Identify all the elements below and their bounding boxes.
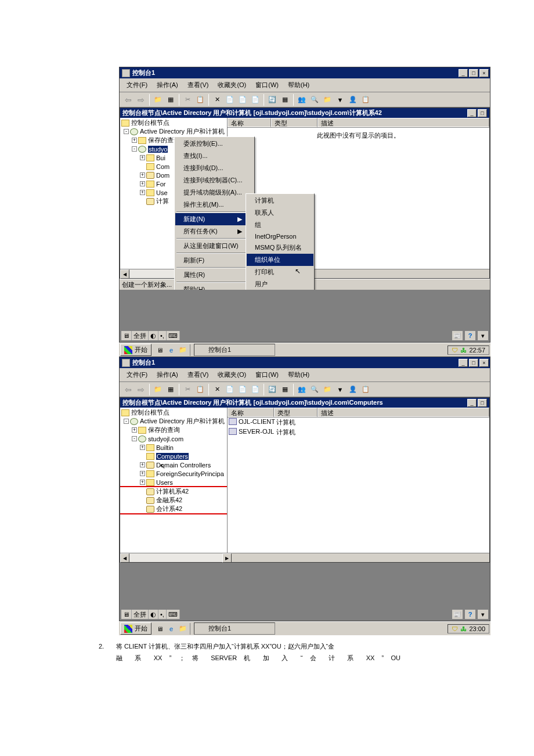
expand-icon[interactable]: + bbox=[132, 427, 137, 433]
tool-e[interactable]: 👤 bbox=[347, 93, 359, 106]
child-titlebar[interactable]: 控制台根节点\Active Directory 用户和计算机 [ojl.stud… bbox=[120, 108, 489, 118]
menu-view[interactable]: 查看(V) bbox=[183, 369, 214, 380]
submenu-contact[interactable]: 联系人 bbox=[247, 207, 313, 219]
tree-ou1[interactable]: 计算机系42 bbox=[156, 487, 189, 496]
options-button[interactable]: ▦ bbox=[279, 383, 291, 396]
tool-f[interactable]: 📋 bbox=[359, 93, 372, 106]
ime-keyboard-icon[interactable]: ⌨ bbox=[167, 610, 180, 619]
menu-window[interactable]: 窗口(W) bbox=[251, 80, 283, 91]
expand-icon[interactable]: + bbox=[140, 471, 145, 476]
ime-punct-icon[interactable]: •, bbox=[158, 331, 167, 340]
properties-button[interactable]: 📄 bbox=[223, 383, 236, 396]
list-pane[interactable]: 名称 类型 描述 OJL-CLIENT计算机 SEVER-OJL计算机 bbox=[228, 408, 489, 553]
h-scrollbar[interactable]: ◀ ▶ bbox=[120, 553, 489, 562]
float-help-icon[interactable]: ? bbox=[464, 330, 476, 341]
tool-b[interactable]: 🔍 bbox=[308, 383, 321, 396]
menu-fav[interactable]: 收藏夹(O) bbox=[213, 80, 251, 91]
expand-icon[interactable]: + bbox=[140, 190, 145, 195]
task-button[interactable]: 控制台1 bbox=[194, 622, 275, 635]
collapse-icon[interactable]: - bbox=[124, 419, 129, 424]
child-minimize-button[interactable]: _ bbox=[467, 399, 477, 407]
submenu-ou[interactable]: 组织单位 bbox=[247, 254, 313, 266]
menu-action[interactable]: 操作(A) bbox=[152, 80, 183, 91]
col-name[interactable]: 名称 bbox=[228, 408, 274, 417]
tool-d[interactable]: ▼ bbox=[334, 93, 347, 106]
tray-shield-icon[interactable]: 🛡 bbox=[452, 625, 458, 632]
show-hide-button[interactable]: ▦ bbox=[164, 383, 177, 396]
menu-fav[interactable]: 收藏夹(O) bbox=[213, 369, 251, 380]
ime-mode[interactable]: 全拼 bbox=[132, 331, 149, 340]
ime-toolbar[interactable]: 🖥 全拼 ◐ •, ⌨ bbox=[121, 330, 181, 341]
menu-connect-dc[interactable]: 连接到域控制器(C)... bbox=[175, 174, 254, 186]
properties-button[interactable]: 📄 bbox=[223, 93, 236, 106]
export-button[interactable]: 📄 bbox=[236, 93, 249, 106]
task-button[interactable]: 控制台1 bbox=[194, 344, 275, 356]
tree-saved[interactable]: 保存的查询 bbox=[148, 426, 180, 434]
tree-builtin[interactable]: Bui bbox=[156, 154, 165, 161]
collapse-icon[interactable]: - bbox=[124, 129, 129, 134]
quick-ie-icon[interactable]: e bbox=[166, 624, 176, 634]
tool-d[interactable]: ▼ bbox=[334, 383, 347, 396]
tool-c[interactable]: 📁 bbox=[321, 93, 334, 106]
quick-app-icon[interactable]: 📁 bbox=[178, 624, 188, 634]
tree-aduc[interactable]: Active Directory 用户和计算机 bbox=[140, 127, 225, 136]
tool-e[interactable]: 👤 bbox=[347, 383, 359, 396]
child-minimize-button[interactable]: _ bbox=[467, 109, 477, 117]
col-type[interactable]: 类型 bbox=[271, 118, 317, 127]
help-button[interactable]: 📄 bbox=[249, 93, 262, 106]
maximize-button[interactable]: □ bbox=[469, 69, 478, 77]
child-titlebar[interactable]: 控制台根节点\Active Directory 用户和计算机 [ojl.stud… bbox=[120, 398, 489, 408]
expand-icon[interactable]: + bbox=[140, 181, 145, 186]
collapse-icon[interactable]: - bbox=[132, 146, 137, 152]
list-item[interactable]: SEVER-OJL计算机 bbox=[228, 427, 489, 437]
tray-net-icon[interactable]: 🖧 bbox=[460, 625, 467, 632]
tree-dom[interactable]: Dom bbox=[156, 172, 169, 179]
tree-fsp[interactable]: ForeignSecurityPrincipa bbox=[156, 470, 224, 477]
menu-opmaster[interactable]: 操作主机(M)... bbox=[175, 199, 254, 211]
ime-logo-icon[interactable]: 🖥 bbox=[121, 610, 132, 619]
col-type[interactable]: 类型 bbox=[274, 408, 317, 417]
scroll-right-button[interactable]: ▶ bbox=[222, 553, 232, 563]
menu-file[interactable]: 文件(F) bbox=[122, 369, 152, 380]
menu-window[interactable]: 窗口(W) bbox=[251, 369, 283, 380]
quick-ie-icon[interactable]: e bbox=[166, 345, 176, 355]
submenu-group[interactable]: 组 bbox=[247, 219, 313, 231]
tree-ou3[interactable]: 会计系42 bbox=[156, 505, 182, 513]
expand-icon[interactable]: + bbox=[132, 138, 137, 143]
menu-raise[interactable]: 提升域功能级别(A)... bbox=[175, 186, 254, 199]
col-name[interactable]: 名称 bbox=[228, 118, 271, 127]
cut-button[interactable]: ✂ bbox=[181, 383, 194, 396]
submenu-user[interactable]: 用户 bbox=[247, 278, 313, 290]
expand-icon[interactable]: + bbox=[140, 172, 145, 178]
scroll-track[interactable] bbox=[129, 553, 222, 562]
menu-help[interactable]: 帮助(H) bbox=[283, 369, 314, 380]
tree-domain[interactable]: studyojl.com bbox=[148, 435, 183, 442]
ime-toolbar[interactable]: 🖥 全拼 ◐ •, ⌨ bbox=[121, 609, 181, 620]
col-desc[interactable]: 描述 bbox=[317, 118, 489, 127]
close-button[interactable]: × bbox=[479, 359, 489, 367]
tree-jsj[interactable]: 计算 bbox=[156, 197, 169, 206]
tree-for[interactable]: For bbox=[156, 181, 166, 188]
ime-punct-icon[interactable]: •, bbox=[158, 610, 167, 619]
tree-root[interactable]: 控制台根节点 bbox=[131, 118, 169, 127]
ime-half-icon[interactable]: ◐ bbox=[149, 331, 158, 340]
start-button[interactable]: 开始 bbox=[120, 622, 151, 635]
tool-a[interactable]: 👥 bbox=[295, 383, 308, 396]
options-button[interactable]: ▦ bbox=[279, 93, 291, 106]
tray-clock[interactable]: 22:57 bbox=[469, 347, 485, 354]
system-tray[interactable]: 🛡 🖧 22:57 bbox=[448, 345, 489, 355]
child-maximize-button[interactable]: □ bbox=[478, 109, 487, 117]
tool-f[interactable]: 📋 bbox=[359, 383, 372, 396]
refresh-button[interactable]: 🔄 bbox=[266, 383, 279, 396]
menu-newwindow[interactable]: 从这里创建窗口(W) bbox=[175, 240, 254, 252]
export-button[interactable]: 📄 bbox=[236, 383, 249, 396]
expand-icon[interactable]: + bbox=[140, 480, 145, 485]
forward-button[interactable]: ⇨ bbox=[135, 383, 147, 396]
back-button[interactable]: ⇦ bbox=[122, 383, 135, 396]
tool-c[interactable]: 📁 bbox=[321, 383, 334, 396]
expand-icon[interactable]: + bbox=[140, 462, 145, 467]
tree-ou2[interactable]: 金融系42 bbox=[156, 496, 182, 505]
tree-builtin[interactable]: Builtin bbox=[156, 444, 174, 451]
tree-users[interactable]: Users bbox=[156, 479, 173, 486]
tray-clock[interactable]: 23:00 bbox=[469, 625, 485, 632]
